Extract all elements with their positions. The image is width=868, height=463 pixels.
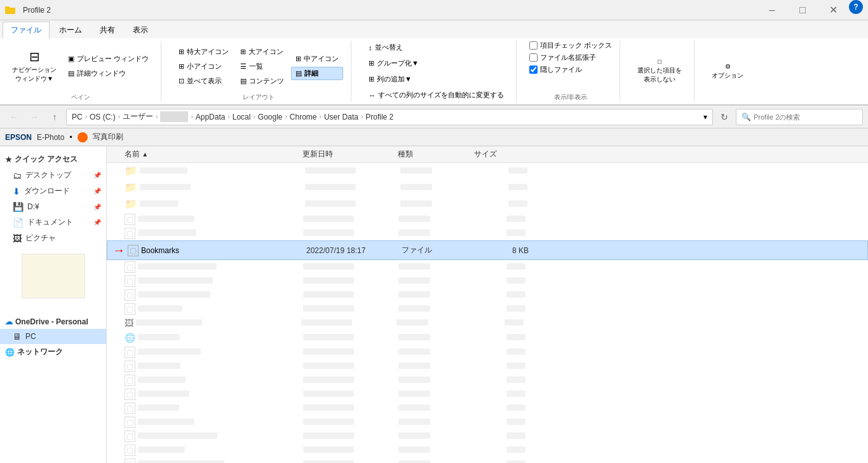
file-name: [138, 390, 303, 399]
detail-label: 詳細ウィンドウ: [77, 69, 126, 78]
table-row[interactable]: ▢: [107, 260, 868, 274]
close-button[interactable]: ✕: [818, 0, 848, 20]
file-size: [475, 460, 526, 464]
sidebar-item-documents[interactable]: 📄 ドキュメント 📌: [0, 214, 106, 230]
tab-file[interactable]: ファイル: [3, 22, 50, 39]
file-icon: ▢: [125, 432, 135, 441]
ribbon-options-content: ⚙ オプション: [707, 41, 748, 102]
small-icon-button[interactable]: ⊞ 小アイコン: [174, 60, 233, 73]
path-local[interactable]: Local: [233, 113, 251, 121]
group-button[interactable]: ⊞ グループ化▼: [364, 57, 423, 70]
tab-home[interactable]: ホーム: [51, 22, 90, 38]
hidden-input[interactable]: [529, 66, 538, 74]
detail-window-button[interactable]: ▤ 詳細ウィンドウ: [64, 67, 153, 80]
hide-selected-button[interactable]: □ 選択した項目を表示しない: [633, 55, 686, 87]
address-bar: ← → ↑ PC › OS (C:) › ユーザー › › AppData › …: [0, 106, 868, 128]
app-action-icon: [78, 132, 88, 142]
table-row[interactable]: ▢: [107, 373, 868, 387]
address-path[interactable]: PC › OS (C:) › ユーザー › › AppData › Local …: [66, 109, 713, 125]
table-row[interactable]: ▢: [107, 401, 868, 415]
table-row[interactable]: ▢: [107, 443, 868, 457]
ribbon-view-content: ↕ 並べ替え ⊞ グループ化▼ ⊞ 列の追加▼ ↔ すべての列のサイズを自動的に…: [364, 41, 508, 102]
table-row[interactable]: ▢: [107, 415, 868, 429]
table-row[interactable]: ▢: [107, 302, 868, 316]
nav-window-button[interactable]: ⊟ ナビゲーションウィンドウ▼: [8, 46, 61, 86]
large-icon-button[interactable]: ⊞ 大アイコン: [236, 45, 288, 59]
table-row[interactable]: ▢: [107, 359, 868, 373]
table-row[interactable]: ▢: [107, 345, 868, 359]
sidebar-network[interactable]: 🌐 ネットワーク: [0, 344, 106, 360]
table-row[interactable]: ▢: [107, 274, 868, 288]
checkbox-extension[interactable]: ファイル名拡張子: [529, 53, 596, 62]
options-button[interactable]: ⚙ オプション: [707, 60, 748, 83]
path-pc[interactable]: PC: [72, 113, 83, 121]
auto-size-button[interactable]: ↔ すべての列のサイズを自動的に変更する: [364, 88, 508, 102]
refresh-button[interactable]: ↻: [715, 108, 733, 126]
path-appdata[interactable]: AppData: [196, 113, 226, 121]
sidebar-item-desktop[interactable]: 🗂 デスクトップ 📌: [0, 167, 106, 183]
list-button[interactable]: ☰ 一覧: [236, 60, 288, 73]
path-profile2[interactable]: Profile 2: [365, 113, 393, 121]
table-row[interactable]: 🌐: [107, 331, 868, 345]
sidebar-item-pictures[interactable]: 🖼 ピクチャ: [0, 230, 106, 246]
table-row[interactable]: ▢: [107, 457, 868, 463]
path-userdata[interactable]: User Data: [324, 113, 358, 121]
col-header-date[interactable]: 更新日時: [302, 149, 398, 160]
medium-icon-button[interactable]: ⊞ 中アイコン: [291, 52, 343, 66]
sidebar-item-download[interactable]: ⬇ ダウンロード 📌: [0, 183, 106, 199]
sidebar-onedrive[interactable]: ☁ OneDrive - Personal: [0, 315, 106, 329]
table-row[interactable]: ▢: [107, 226, 868, 240]
table-row[interactable]: →▢Bookmarks2022/07/19 18:17ファイル8 KB: [107, 240, 868, 260]
sidebar-quick-access[interactable]: ★ クイック アクセス: [0, 151, 106, 167]
drive-label: D:¥: [27, 202, 39, 211]
tile-button[interactable]: ⊡ 並べて表示: [174, 74, 233, 88]
file-size: [475, 263, 526, 272]
path-username[interactable]: [160, 111, 188, 122]
tab-view[interactable]: 表示: [125, 22, 156, 38]
up-button[interactable]: ↑: [46, 108, 64, 126]
sort-button[interactable]: ↕ 並べ替え: [364, 41, 407, 54]
table-row[interactable]: 📁: [107, 179, 868, 196]
minimize-button[interactable]: –: [757, 0, 787, 20]
table-row[interactable]: ▢: [107, 387, 868, 401]
file-date: [305, 200, 400, 209]
table-row[interactable]: ▢: [107, 429, 868, 443]
preview-window-button[interactable]: ▣ プレビュー ウィンドウ: [64, 52, 153, 66]
table-row[interactable]: 🖼: [107, 316, 868, 331]
sidebar-item-pc[interactable]: 🖥 PC: [0, 329, 106, 344]
help-button[interactable]: ?: [849, 0, 863, 14]
checkbox-hidden[interactable]: 隠しファイル: [529, 65, 582, 74]
table-row[interactable]: ▢: [107, 212, 868, 226]
file-icon: ▢: [125, 362, 135, 371]
col-header-name[interactable]: 名前 ▲: [125, 149, 302, 160]
maximize-button[interactable]: □: [788, 0, 817, 20]
dropdown-arrow-icon: ▾: [703, 113, 707, 121]
add-column-button[interactable]: ⊞ 列の追加▼: [364, 73, 416, 86]
col-header-type[interactable]: 種類: [398, 149, 474, 160]
detail-view-button[interactable]: ▤ 詳細: [291, 67, 343, 80]
path-os[interactable]: OS (C:): [90, 113, 116, 121]
documents-icon: 📄: [13, 218, 24, 228]
col-header-size[interactable]: サイズ: [474, 149, 525, 160]
download-label: ダウンロード: [24, 186, 70, 197]
item-check-input[interactable]: [529, 41, 538, 50]
table-row[interactable]: 📁: [107, 196, 868, 212]
path-chrome[interactable]: Chrome: [290, 113, 317, 121]
large-icon: ⊞: [240, 48, 246, 56]
svg-rect-1: [5, 6, 10, 9]
table-row[interactable]: 📁: [107, 163, 868, 179]
search-input[interactable]: [754, 113, 857, 121]
table-row[interactable]: ▢: [107, 288, 868, 302]
app-action[interactable]: 写真印刷: [93, 132, 123, 142]
extension-input[interactable]: [529, 53, 538, 62]
file-icon: ▢: [125, 376, 135, 385]
path-google[interactable]: Google: [258, 113, 283, 121]
path-user[interactable]: ユーザー: [123, 111, 153, 122]
forward-button[interactable]: →: [25, 108, 43, 126]
huge-icon-button[interactable]: ⊞ 特大アイコン: [174, 45, 233, 59]
checkbox-item-check[interactable]: 項目チェック ボックス: [529, 41, 612, 50]
content-button[interactable]: ▤ コンテンツ: [236, 74, 288, 88]
back-button[interactable]: ←: [5, 108, 23, 126]
tab-share[interactable]: 共有: [92, 22, 123, 38]
sidebar-item-drive[interactable]: 💾 D:¥ 📌: [0, 199, 106, 214]
